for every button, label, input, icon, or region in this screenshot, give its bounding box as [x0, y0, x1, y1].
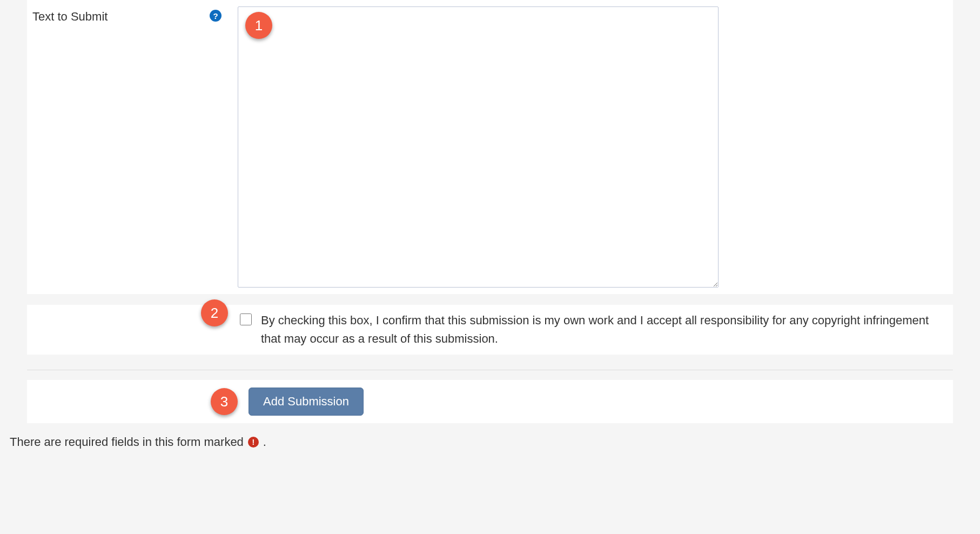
text-to-submit-label-col: Text to Submit ?	[27, 6, 238, 24]
required-note-prefix: There are required fields in this form m…	[10, 435, 244, 449]
help-icon[interactable]: ?	[210, 10, 221, 22]
callout-badge-3: 3	[211, 388, 238, 415]
confirm-row: 2 By checking this box, I confirm that t…	[27, 305, 953, 355]
text-to-submit-row: Text to Submit ? 1	[27, 0, 953, 294]
submit-row: 3 Add Submission	[27, 380, 953, 423]
callout-badge-1: 1	[245, 12, 272, 39]
section-divider	[27, 370, 953, 370]
add-submission-button[interactable]: Add Submission	[249, 388, 364, 416]
confirm-label-col: 2	[27, 311, 238, 315]
text-to-submit-textarea[interactable]	[238, 6, 719, 288]
confirm-checkbox-wrap: By checking this box, I confirm that thi…	[238, 311, 953, 348]
confirm-checkbox[interactable]	[240, 313, 252, 325]
submission-form: Text to Submit ? 1 2 By checking this bo…	[0, 0, 980, 460]
confirm-checkbox-label: By checking this box, I confirm that thi…	[261, 311, 931, 348]
required-note-suffix: .	[263, 435, 266, 449]
required-fields-note: There are required fields in this form m…	[10, 435, 975, 449]
callout-badge-2: 2	[201, 299, 228, 326]
text-to-submit-label: Text to Submit	[32, 10, 108, 24]
text-to-submit-input-col: 1	[238, 6, 953, 288]
confirm-input-col: By checking this box, I confirm that thi…	[238, 311, 953, 348]
required-icon: !	[248, 437, 259, 448]
